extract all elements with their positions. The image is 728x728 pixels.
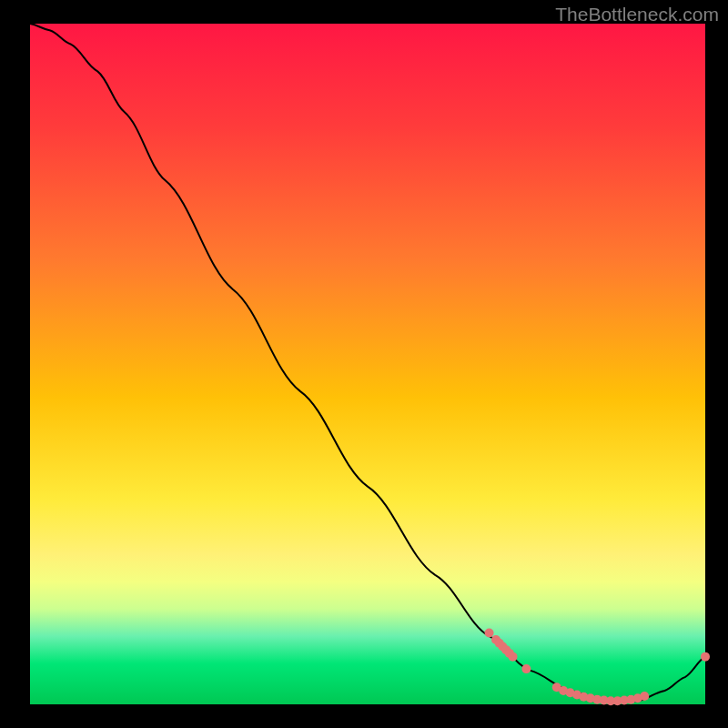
data-point xyxy=(521,664,531,673)
data-point xyxy=(509,652,518,662)
chart-background xyxy=(30,24,705,704)
data-point xyxy=(640,692,649,701)
bottleneck-chart xyxy=(0,0,728,728)
data-point xyxy=(701,652,710,662)
watermark-text: TheBottleneck.com xyxy=(555,4,719,25)
data-point xyxy=(485,628,494,637)
